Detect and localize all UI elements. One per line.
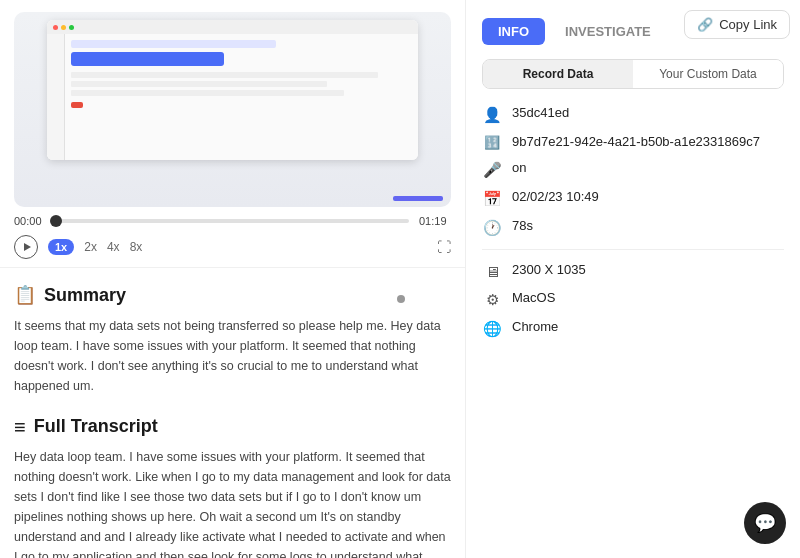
info-row-session: 🔢 9b7d7e21-942e-4a21-b50b-a1e2331869c7 <box>482 134 784 150</box>
transcript-icon: ≡ <box>14 417 26 437</box>
video-area <box>14 12 451 207</box>
speed-4x[interactable]: 4x <box>107 240 120 254</box>
os-icon: ⚙ <box>482 291 502 309</box>
tab-investigate[interactable]: INVESTIGATE <box>549 18 667 45</box>
clock-icon: 🕐 <box>482 219 502 237</box>
browser-icon: 🌐 <box>482 320 502 338</box>
copy-link-button[interactable]: 🔗 Copy Link <box>684 10 790 39</box>
right-panel: 🔗 Copy Link INFO INVESTIGATE ANALYTICS R… <box>465 0 800 558</box>
info-row-status: 🎤 on <box>482 160 784 179</box>
datetime-value: 02/02/23 10:49 <box>512 189 599 204</box>
info-row-duration: 🕐 78s <box>482 218 784 237</box>
info-row-datetime: 📅 02/02/23 10:49 <box>482 189 784 208</box>
toggle-custom-data[interactable]: Your Custom Data <box>633 60 783 88</box>
play-button[interactable] <box>14 235 38 259</box>
summary-section-title: 📋 Summary <box>14 284 451 306</box>
monitor-icon: 🖥 <box>482 263 502 280</box>
toggle-record-data[interactable]: Record Data <box>483 60 633 88</box>
info-row-browser: 🌐 Chrome <box>482 319 784 338</box>
transcript-section-title: ≡ Full Transcript <box>14 416 451 437</box>
play-icon <box>24 243 31 251</box>
user-icon: 👤 <box>482 106 502 124</box>
speed-8x[interactable]: 8x <box>130 240 143 254</box>
resolution-value: 2300 X 1035 <box>512 262 586 277</box>
status-value: on <box>512 160 526 175</box>
session-icon: 🔢 <box>482 135 502 150</box>
summary-icon: 📋 <box>14 284 36 306</box>
info-rows-system: 🖥 2300 X 1035 ⚙ MacOS 🌐 Chrome <box>482 262 784 338</box>
fullscreen-button[interactable]: ⛶ <box>437 239 451 255</box>
info-row-resolution: 🖥 2300 X 1035 <box>482 262 784 280</box>
mic-icon: 🎤 <box>482 161 502 179</box>
progress-track[interactable] <box>56 219 409 223</box>
tab-info[interactable]: INFO <box>482 18 545 45</box>
time-start: 00:00 <box>14 215 46 227</box>
left-panel: 00:00 01:19 1x 2x 4x 8x ⛶ <box>0 0 465 558</box>
speed-1x[interactable]: 1x <box>48 239 74 255</box>
transcript-text: Hey data loop team. I have some issues w… <box>14 447 451 558</box>
info-rows: 👤 35dc41ed 🔢 9b7d7e21-942e-4a21-b50b-a1e… <box>482 105 784 237</box>
info-row-userid: 👤 35dc41ed <box>482 105 784 124</box>
summary-text: It seems that my data sets not being tra… <box>14 316 451 396</box>
summary-title: Summary <box>44 285 126 306</box>
user-id-value: 35dc41ed <box>512 105 569 120</box>
os-value: MacOS <box>512 290 555 305</box>
copy-link-label: Copy Link <box>719 17 777 32</box>
browser-value: Chrome <box>512 319 558 334</box>
copy-link-icon: 🔗 <box>697 17 713 32</box>
info-row-os: ⚙ MacOS <box>482 290 784 309</box>
transcript-title-text: Full Transcript <box>34 416 158 437</box>
video-controls: 00:00 01:19 1x 2x 4x 8x ⛶ <box>0 207 465 268</box>
duration-value: 78s <box>512 218 533 233</box>
speed-2x[interactable]: 2x <box>84 240 97 254</box>
divider <box>482 249 784 250</box>
calendar-icon: 📅 <box>482 190 502 208</box>
data-toggle: Record Data Your Custom Data <box>482 59 784 89</box>
chat-icon: 💬 <box>754 512 776 534</box>
chat-bubble[interactable]: 💬 <box>744 502 786 544</box>
time-end: 01:19 <box>419 215 451 227</box>
session-id-value: 9b7d7e21-942e-4a21-b50b-a1e2331869c7 <box>512 134 760 149</box>
content-area: 📋 Summary It seems that my data sets not… <box>0 268 465 558</box>
